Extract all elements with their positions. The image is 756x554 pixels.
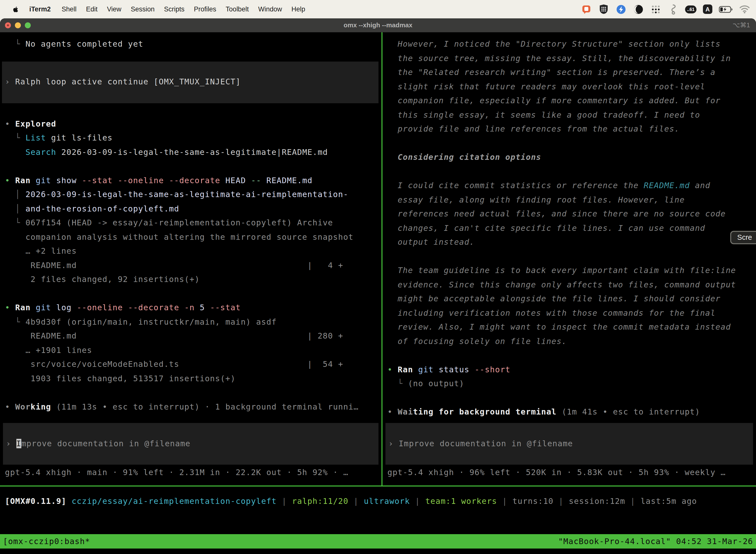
screen-share-pill-label: Scre — [737, 233, 752, 241]
blue-zigzag-badge-icon[interactable] — [616, 4, 627, 15]
terminal-area: └ No agents completed yet › Ralph loop a… — [0, 32, 756, 486]
terminal-window: omx --xhigh --madmax ⌥⌘1 └ No agents com… — [0, 18, 756, 554]
terminal-line: essay file, along with finding root file… — [387, 193, 756, 207]
terminal-line: │ and-the-erosion-of-copyleft.md — [5, 202, 381, 216]
terminal-line: src/voice/voiceModeEnabled.ts | 54 + — [5, 357, 381, 372]
right-model-status: gpt-5.4 xhigh · 96% left · 520K in · 5.8… — [387, 465, 726, 480]
terminal-line: │ 2026-03-09-is-legal-the-same-as-legiti… — [5, 188, 381, 202]
terminal-line — [5, 386, 381, 400]
left-agent-status: └ No agents completed yet — [0, 32, 381, 51]
left-pane-log: • Explored └ List git ls-files Search 20… — [0, 117, 381, 414]
terminal-line: references need actual files, and since … — [387, 207, 756, 221]
terminal-line: Considering citation options — [387, 151, 756, 165]
menu-item-view[interactable]: View — [107, 5, 121, 13]
terminal-line — [5, 159, 381, 173]
terminal-line: might be acceptable alongside the file l… — [387, 292, 756, 306]
terminal-line: changes, I can't cite specific file line… — [387, 221, 756, 235]
screen-share-pill[interactable]: Scre — [730, 231, 756, 244]
terminal-line: README.md | 4 + — [5, 258, 381, 273]
terminal-line: › Improve documentation in @filename — [388, 437, 573, 451]
title-bar[interactable]: omx --xhigh --madmax ⌥⌘1 — [0, 18, 756, 33]
tmux-session-label: [omx-cczip0:bash* — [3, 537, 90, 546]
terminal-line: … +2 lines — [5, 244, 381, 258]
injected-prompt-line: › Ralph loop active continue [OMX_TMUX_I… — [5, 75, 241, 89]
menu-item-toolbelt[interactable]: Toolbelt — [226, 5, 249, 13]
left-pane[interactable]: └ No agents completed yet › Ralph loop a… — [0, 32, 381, 486]
terminal-line: • Ran git log --oneline --decorate -n 5 … — [5, 301, 381, 315]
terminal-line: › Improve documentation in @filename — [6, 437, 190, 451]
terminal-line — [387, 391, 756, 405]
terminal-line: including verification notes with those … — [387, 306, 756, 320]
terminal-line: output instead. — [387, 235, 756, 250]
menu-status-icons: ..61 A — [581, 4, 750, 15]
terminal-line: review. Also, I might want to inspect th… — [387, 320, 756, 334]
terminal-line: • Ran git status --short — [387, 363, 756, 377]
right-pane[interactable]: However, I noticed the "Directory Struct… — [382, 32, 756, 486]
screen: iTerm2 Shell Edit View Session Scripts P… — [0, 0, 756, 554]
terminal-line: of focusing solely on file lines. — [387, 334, 756, 348]
input-source-icon[interactable]: A — [703, 4, 712, 14]
menu-item-window[interactable]: Window — [258, 5, 282, 13]
hook-icon[interactable] — [668, 4, 679, 15]
terminal-line: • Ran git show --stat --oneline --decora… — [5, 173, 381, 188]
apple-icon[interactable] — [12, 5, 19, 14]
menu-item-session[interactable]: Session — [131, 5, 154, 13]
tmux-status-bar: [omx-cczip0:bash* "MacBook-Pro-44.local"… — [0, 534, 756, 549]
terminal-line: provide file and line references from th… — [387, 122, 756, 136]
terminal-line: … +1901 lines — [5, 343, 381, 357]
left-model-status: gpt-5.4 xhigh · main · 91% left · 2.31M … — [5, 465, 349, 480]
terminal-line: • Explored — [5, 117, 381, 131]
menu-item-edit[interactable]: Edit — [86, 5, 98, 13]
left-status-line: gpt-5.4 xhigh · main · 91% left · 2.31M … — [5, 465, 349, 480]
right-prompt-input[interactable]: › Improve documentation in @filename — [385, 423, 753, 465]
shield-grid-icon[interactable] — [598, 4, 609, 15]
menu-item-profiles[interactable]: Profiles — [194, 5, 216, 13]
wifi-icon[interactable] — [739, 4, 750, 15]
battery-badge-icon[interactable]: ..61 — [685, 5, 696, 13]
terminal-line: └ No agents completed yet — [5, 37, 381, 51]
left-prompt-input[interactable]: › Improve documentation in @filename — [3, 423, 378, 465]
terminal-line: • Working (11m 13s • esc to interrupt) ·… — [5, 400, 381, 414]
right-status-line: gpt-5.4 xhigh · 96% left · 520K in · 5.8… — [387, 465, 726, 480]
tmux-host-clock: "MacBook-Pro-44.local" 04:52 31-Mar-26 — [558, 537, 753, 546]
menu-item-scripts[interactable]: Scripts — [164, 5, 185, 13]
terminal-line: [OMX#0.11.9] cczip/essay/ai-reimplementa… — [5, 494, 756, 509]
terminal-line: • Waiting for background terminal (1m 41… — [387, 405, 756, 419]
terminal-line: the "Related research writing" section i… — [387, 65, 756, 80]
terminal-line: companion analysis without altering the … — [5, 230, 381, 244]
terminal-line: └ 4b9d30f (origin/main, instructkr/main,… — [5, 315, 381, 329]
terminal-line: └ (no output) — [387, 377, 756, 391]
terminal-line — [5, 287, 381, 301]
chat-app-icon[interactable] — [581, 4, 592, 15]
terminal-line: I could cite commit statistics or refere… — [387, 179, 756, 193]
terminal-line — [387, 250, 756, 264]
terminal-line: companion file, especially if more comme… — [387, 94, 756, 108]
omx-status-bar: [OMX#0.11.9] cczip/essay/ai-reimplementa… — [0, 487, 756, 534]
battery-icon[interactable] — [719, 4, 733, 15]
menu-app-name[interactable]: iTerm2 — [29, 5, 51, 13]
window-shortcut: ⌥⌘1 — [733, 18, 750, 32]
injected-prompt-box: › Ralph loop active continue [OMX_TMUX_I… — [2, 61, 378, 103]
terminal-line: Search 2026-03-09-is-legal-the-same-as-l… — [5, 145, 381, 159]
terminal-line: › Ralph loop active continue [OMX_TMUX_I… — [5, 75, 241, 89]
terminal-line: 1903 files changed, 513517 insertions(+) — [5, 372, 381, 386]
menu-item-help[interactable]: Help — [292, 5, 305, 13]
window-title: omx --xhigh --madmax — [0, 18, 756, 32]
terminal-line — [387, 165, 756, 179]
crescent-icon[interactable] — [633, 4, 644, 15]
terminal-line: └ 067f154 (HEAD -> essay/ai-reimplementa… — [5, 216, 381, 230]
terminal-line — [387, 348, 756, 363]
right-input-line: › Improve documentation in @filename — [388, 437, 573, 451]
menu-item-shell[interactable]: Shell — [62, 5, 77, 13]
menu-bar: iTerm2 Shell Edit View Session Scripts P… — [0, 0, 756, 18]
dots-grid-icon[interactable] — [650, 4, 661, 15]
terminal-line: 2 files changed, 92 insertions(+) — [5, 273, 381, 287]
terminal-line: this single essay, it seems like a good … — [387, 108, 756, 122]
right-pane-log: However, I noticed the "Directory Struct… — [382, 32, 756, 419]
terminal-line — [387, 136, 756, 151]
terminal-line: the source tree, missing the essay. Stil… — [387, 51, 756, 65]
terminal-line: evidence. Since this change only affects… — [387, 278, 756, 292]
terminal-line: However, I noticed the "Directory Struct… — [387, 37, 756, 51]
left-input-line: › Improve documentation in @filename — [6, 437, 190, 451]
omx-status-line: [OMX#0.11.9] cczip/essay/ai-reimplementa… — [5, 494, 756, 509]
